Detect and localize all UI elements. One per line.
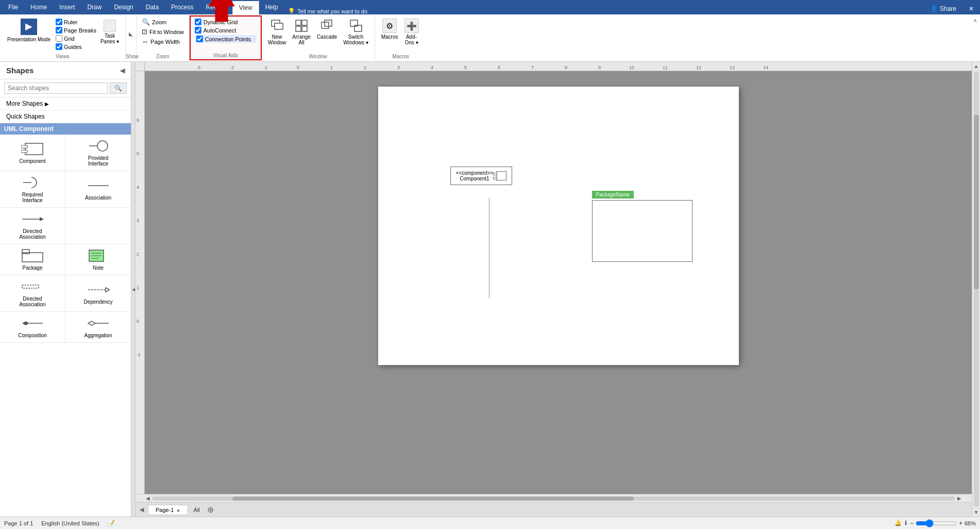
- shapes-panel-collapse[interactable]: ◀: [120, 67, 125, 74]
- tab-process[interactable]: Process: [165, 0, 199, 14]
- scroll-up-btn[interactable]: ▲: [972, 62, 980, 71]
- bell-icon[interactable]: 🔔: [894, 520, 902, 526]
- shape-item-required-interface[interactable]: RequiredInterface: [0, 171, 65, 208]
- presentation-mode-button[interactable]: ▶ Presentation Mode: [4, 18, 54, 44]
- autoconnect-checkbox[interactable]: AutoConnect: [195, 27, 257, 34]
- dynamic-grid-checkbox[interactable]: Dynamic Grid: [195, 19, 257, 25]
- ribbon-group-views: ▶ Presentation Mode Ruler Page Breaks Gr…: [0, 15, 126, 60]
- tab-home[interactable]: Home: [24, 0, 53, 14]
- v-scrollbar[interactable]: ▲ ▼: [972, 62, 980, 517]
- tab-review[interactable]: Review: [199, 0, 232, 14]
- svg-rect-2: [275, 23, 283, 29]
- shape-item-dependency[interactable]: Dependency: [65, 275, 131, 312]
- zoom-group-label: Zoom: [137, 54, 189, 59]
- shape-item-note[interactable]: Note: [65, 244, 131, 275]
- grid-checkbox[interactable]: Grid: [56, 35, 96, 42]
- all-pages[interactable]: All: [190, 507, 202, 513]
- shape-item-composition[interactable]: Composition: [0, 312, 65, 343]
- ribbon-group-show: ◣ Show: [126, 15, 137, 60]
- zoom-slider[interactable]: [916, 521, 957, 525]
- canvas-scroll[interactable]: <<component>>Component1 PackageName: [145, 71, 972, 494]
- close-button[interactable]: ✕: [962, 3, 980, 14]
- arrange-all-button[interactable]: ArrangeAll: [290, 18, 313, 46]
- status-left: Page 1 of 1 English (United States) 📝: [4, 520, 115, 526]
- cascade-button[interactable]: Cascade: [315, 18, 339, 41]
- tab-insert[interactable]: Insert: [53, 0, 81, 14]
- shape-item-directed-association-2[interactable]: DirectedAssociation: [0, 275, 65, 312]
- page-width-icon: ↔: [142, 38, 148, 45]
- package-shape[interactable]: PackageName: [592, 200, 692, 262]
- presentation-icon: ▶: [21, 19, 37, 35]
- required-interface-icon: [22, 175, 43, 190]
- info-icon[interactable]: ℹ: [905, 520, 907, 526]
- nav-left[interactable]: ◀: [138, 506, 146, 513]
- switch-windows-button[interactable]: SwitchWindows ▾: [341, 18, 370, 46]
- quick-shapes-item[interactable]: Quick Shapes: [0, 110, 131, 123]
- scroll-left-btn[interactable]: ◀: [146, 495, 150, 501]
- task-panes-button[interactable]: TaskPanes ▾: [98, 19, 121, 45]
- tab-view[interactable]: View: [232, 0, 259, 14]
- page-tab-arrow[interactable]: ▲: [176, 507, 180, 513]
- svg-rect-11: [25, 143, 43, 155]
- new-window-button[interactable]: NewWindow: [266, 18, 289, 46]
- search-shapes-input[interactable]: [4, 82, 108, 94]
- search-shapes-button[interactable]: 🔍: [110, 82, 127, 94]
- guides-checkbox[interactable]: Guides: [56, 43, 96, 50]
- shape-item-directed-association[interactable]: DirectedAssociation: [0, 208, 65, 244]
- views-group-label: Views: [0, 54, 125, 59]
- add-ons-button[interactable]: ➕ Add-Ons ▾: [402, 18, 421, 46]
- tab-design[interactable]: Design: [108, 0, 139, 14]
- v-scrollbar-thumb[interactable]: [974, 115, 979, 289]
- shape-item-package[interactable]: Package: [0, 244, 65, 275]
- h-scrollbar[interactable]: ◀ ▶: [136, 494, 972, 502]
- share-button[interactable]: 👤 Share: [924, 3, 962, 14]
- ribbon: File Home Insert Draw Design Data Proces…: [0, 0, 980, 62]
- visual-aids-group-label: Visual Aids: [191, 53, 261, 58]
- ruler-corner: [136, 62, 145, 71]
- show-expand[interactable]: ◣: [129, 31, 133, 37]
- note-icon: [88, 249, 109, 263]
- v-scrollbar-track[interactable]: [974, 72, 979, 507]
- svg-rect-8: [325, 20, 332, 26]
- quick-shapes-label: Quick Shapes: [6, 113, 45, 120]
- tab-file[interactable]: File: [2, 0, 24, 14]
- ribbon-content: ▶ Presentation Mode Ruler Page Breaks Gr…: [0, 14, 980, 62]
- h-scrollbar-thumb[interactable]: [232, 497, 634, 501]
- shape-item-association[interactable]: Association: [65, 171, 131, 208]
- tab-draw[interactable]: Draw: [81, 0, 108, 14]
- shape-item-provided-interface[interactable]: ProvidedInterface: [65, 135, 131, 171]
- more-shapes-item[interactable]: More Shapes ▶: [0, 97, 131, 110]
- ruler-checkbox[interactable]: Ruler: [56, 19, 96, 25]
- language-info: English (United States): [41, 520, 99, 526]
- tell-me-input[interactable]: [297, 8, 390, 14]
- svg-rect-6: [302, 26, 307, 31]
- scroll-down-btn[interactable]: ▼: [972, 508, 980, 517]
- add-page-button[interactable]: ⊕: [205, 505, 216, 515]
- svg-marker-28: [106, 288, 110, 292]
- h-scrollbar-track[interactable]: [152, 497, 955, 501]
- ribbon-tab-row: File Home Insert Draw Design Data Proces…: [0, 0, 980, 14]
- status-right: 🔔 ℹ − + 68%: [894, 520, 976, 527]
- shape-item-component[interactable]: Component: [0, 135, 65, 171]
- tab-help[interactable]: Help: [259, 0, 284, 14]
- ribbon-expand[interactable]: ∧: [970, 15, 980, 60]
- zoom-out-icon[interactable]: −: [910, 520, 914, 527]
- connection-points-checkbox[interactable]: Connection Points: [195, 35, 257, 43]
- page-breaks-checkbox[interactable]: Page Breaks: [56, 27, 96, 34]
- zoom-in-icon[interactable]: +: [959, 520, 962, 527]
- page-tab-1[interactable]: Page-1 ▲: [148, 505, 188, 515]
- provided-interface-icon: [88, 139, 109, 153]
- fit-to-window-button[interactable]: ⊡ Fit to Window: [141, 27, 185, 36]
- tab-data[interactable]: Data: [140, 0, 165, 14]
- shape-item-aggregation[interactable]: Aggregation: [65, 312, 131, 343]
- dependency-icon: [87, 283, 110, 297]
- scroll-right-btn[interactable]: ▶: [957, 495, 961, 501]
- panel-collapse-handle[interactable]: ◀: [131, 62, 136, 517]
- uml-component-shape[interactable]: <<component>>Component1: [450, 167, 513, 185]
- zoom-button[interactable]: 🔍 Zoom: [141, 18, 185, 26]
- aggregation-icon: [87, 316, 110, 330]
- search-bar: 🔍: [0, 79, 131, 97]
- macros-button[interactable]: ⚙ Macros: [379, 18, 400, 41]
- zoom-icon: 🔍: [142, 18, 150, 26]
- page-width-button[interactable]: ↔ Page Width: [141, 37, 185, 46]
